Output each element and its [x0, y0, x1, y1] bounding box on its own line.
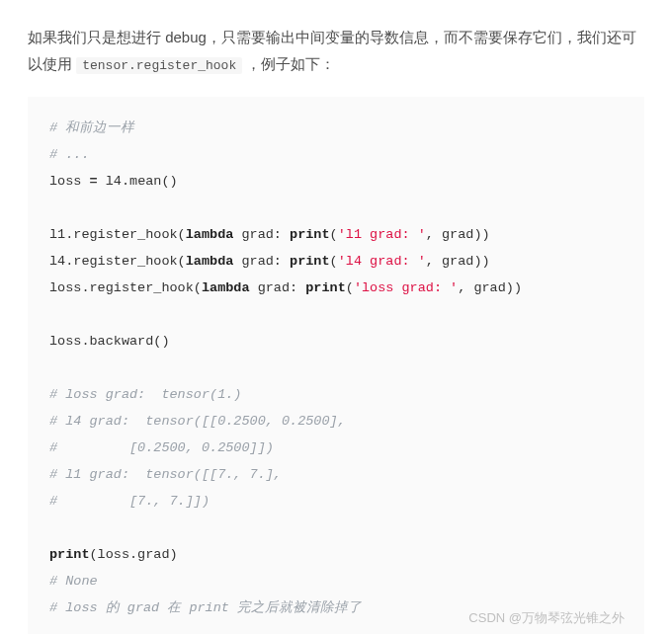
inline-code: tensor.register_hook [76, 57, 242, 74]
code-line: l4.register_hook(lambda grad: print('l4 … [49, 254, 490, 269]
code-comment: # [7., 7.]]) [49, 494, 210, 509]
code-line: loss.backward() [49, 334, 170, 349]
code-comment: # 和前边一样 [49, 120, 134, 135]
code-comment: # None [49, 574, 98, 589]
code-comment: # [0.2500, 0.2500]]) [49, 440, 274, 455]
code-block: # 和前边一样 # ... loss = l4.mean() l1.regist… [28, 97, 644, 634]
code-comment: # l4 grad: tensor([[0.2500, 0.2500], [49, 414, 346, 429]
code-comment: # ... [49, 147, 90, 162]
code-line: print(loss.grad) [49, 547, 178, 562]
code-comment: # loss grad: tensor(1.) [49, 387, 241, 402]
description-paragraph: 如果我们只是想进行 debug，只需要输出中间变量的导数信息，而不需要保存它们，… [28, 24, 644, 77]
code-line: loss = l4.mean() [49, 174, 178, 189]
code-line: loss.register_hook(lambda grad: print('l… [49, 280, 522, 295]
code-comment: # l1 grad: tensor([[7., 7.], [49, 467, 282, 482]
code-line: l1.register_hook(lambda grad: print('l1 … [49, 227, 490, 242]
code-comment: # loss 的 grad 在 print 完之后就被清除掉了 [49, 600, 362, 615]
desc-text-2: ，例子如下： [242, 55, 335, 72]
